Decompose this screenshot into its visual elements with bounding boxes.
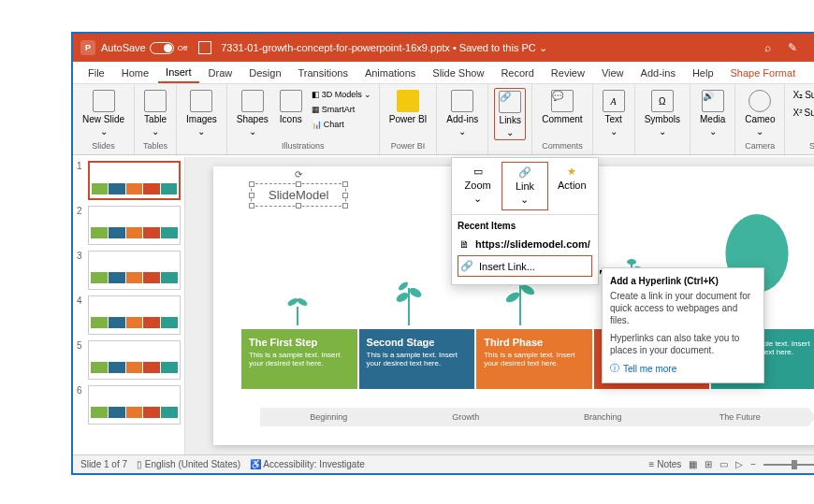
tab-shape-format[interactable]: Shape Format: [723, 64, 804, 82]
save-icon[interactable]: [198, 41, 211, 54]
comment-icon: 💬: [551, 90, 574, 112]
links-dropdown: ▭Zoom⌄ 🔗Link⌄ ★Action Recent Items 🗎 htt…: [451, 157, 599, 285]
insert-link-item[interactable]: 🔗 Insert Link...: [458, 255, 592, 277]
plant-icon: [279, 251, 316, 325]
addins-button[interactable]: Add-ins⌄: [443, 88, 482, 138]
tab-record[interactable]: Record: [493, 64, 541, 82]
tab-review[interactable]: Review: [544, 64, 592, 82]
resize-handle[interactable]: [296, 181, 301, 187]
group-label: Slides: [79, 141, 128, 151]
resize-handle[interactable]: [342, 193, 348, 198]
tab-insert[interactable]: Insert: [158, 63, 199, 83]
link-icon: 🔗: [499, 91, 521, 113]
tell-me-more-link[interactable]: ⓘ Tell me more: [610, 362, 756, 375]
stage-card: Third PhaseThis is a sample text. Insert…: [476, 329, 592, 389]
thumbnail[interactable]: 3: [77, 251, 181, 290]
autosave-toggle[interactable]: AutoSave Off: [101, 42, 187, 54]
links-button[interactable]: 🔗Links⌄: [494, 88, 526, 140]
search-icon[interactable]: ⌕: [764, 41, 771, 54]
tab-draw[interactable]: Draw: [201, 64, 240, 82]
comment-label: Comment: [542, 114, 582, 124]
tab-home[interactable]: Home: [114, 64, 156, 82]
zoom-slider[interactable]: [763, 464, 814, 466]
resize-handle[interactable]: [249, 203, 254, 209]
icons-button[interactable]: Icons: [276, 88, 306, 126]
tab-transitions[interactable]: Transitions: [291, 64, 356, 82]
chart-icon: 📊: [312, 120, 322, 129]
thumbnail[interactable]: 2: [77, 206, 181, 245]
group-label: Comments: [538, 141, 586, 151]
tab-slideshow[interactable]: Slide Show: [425, 64, 491, 82]
thumbnail[interactable]: 6: [77, 385, 181, 425]
group-comments: 💬Comment Comments: [532, 84, 592, 154]
resize-handle[interactable]: [342, 203, 348, 209]
3dmodels-button[interactable]: ◧ 3D Models ⌄: [310, 88, 373, 101]
tab-design[interactable]: Design: [241, 64, 288, 82]
resize-handle[interactable]: [249, 181, 254, 187]
ribbon-tabs: File Home Insert Draw Design Transitions…: [73, 62, 814, 84]
symbols-button[interactable]: ΩSymbols⌄: [641, 88, 684, 138]
text-label: Text: [604, 114, 621, 124]
group-powerbi: Power BI Power BI: [380, 84, 438, 154]
icons-label: Icons: [280, 114, 302, 124]
smartart-button[interactable]: ▦ SmartArt: [310, 103, 373, 116]
group-tables: Table⌄ Tables: [135, 84, 177, 154]
action-button[interactable]: ★Action: [550, 162, 594, 210]
tab-addins[interactable]: Add-ins: [633, 64, 683, 82]
link-button[interactable]: 🔗Link⌄: [501, 162, 547, 210]
thumbnail[interactable]: 4: [77, 295, 181, 335]
subscript-button[interactable]: X₂ Subscript: [791, 88, 814, 102]
timeline-arrow: Branching: [534, 408, 672, 426]
language-indicator[interactable]: ▯ English (United States): [137, 459, 240, 469]
chart-button[interactable]: 📊 Chart: [310, 118, 373, 131]
reading-view-icon[interactable]: ▭: [720, 459, 728, 469]
zoom-button[interactable]: ▭Zoom⌄: [456, 162, 500, 210]
accessibility-button[interactable]: ♿ Accessibility: Investigate: [250, 459, 365, 469]
images-button[interactable]: Images⌄: [182, 88, 221, 138]
group-label: [641, 141, 684, 151]
info-icon: ⓘ: [610, 362, 619, 375]
table-button[interactable]: Table⌄: [140, 88, 170, 138]
new-slide-button[interactable]: New Slide⌄: [79, 88, 128, 138]
shapes-icon: [241, 90, 264, 112]
switch-icon[interactable]: [150, 42, 174, 54]
group-symbols: ΩSymbols⌄: [635, 84, 690, 154]
thumbnail[interactable]: 5: [77, 340, 181, 380]
tab-animations[interactable]: Animations: [357, 64, 423, 82]
media-button[interactable]: 🔊Media⌄: [696, 88, 729, 138]
save-status: Saved to this PC: [459, 42, 536, 53]
slideshow-view-icon[interactable]: ▷: [735, 459, 743, 469]
selected-textbox[interactable]: ⟳ SlideModel: [251, 183, 346, 207]
tab-view[interactable]: View: [594, 64, 632, 82]
svg-point-4: [397, 281, 409, 292]
timeline-arrow: Beginning: [260, 408, 398, 426]
normal-view-icon[interactable]: ▦: [689, 459, 697, 469]
tab-help[interactable]: Help: [685, 64, 721, 82]
thumbnail[interactable]: 1: [77, 161, 181, 200]
group-label: Power BI: [385, 141, 431, 151]
textbox-content: SlideModel: [269, 188, 328, 202]
addins-icon: [451, 90, 473, 112]
resize-handle[interactable]: [296, 203, 301, 209]
resize-handle[interactable]: [249, 193, 254, 198]
tab-file[interactable]: File: [80, 64, 112, 82]
thumbnail-panel[interactable]: 123456: [73, 157, 185, 454]
rotate-handle-icon[interactable]: ⟳: [295, 169, 302, 180]
zoom-out-icon[interactable]: −: [750, 459, 756, 469]
comment-button[interactable]: 💬Comment: [538, 88, 586, 126]
text-button[interactable]: AText⌄: [599, 88, 629, 138]
tooltip-text: Create a link in your document for quick…: [610, 290, 756, 326]
recent-item[interactable]: 🗎 https://slidemodel.com/: [458, 235, 592, 253]
shapes-button[interactable]: Shapes⌄: [233, 88, 272, 138]
superscript-button[interactable]: X² Superscript: [791, 106, 814, 120]
sorter-view-icon[interactable]: ⊞: [705, 459, 712, 469]
pen-icon[interactable]: ✎: [788, 41, 797, 54]
powerbi-button[interactable]: Power BI: [385, 88, 431, 126]
group-label: Illustrations: [233, 141, 373, 151]
chart-label: Chart: [324, 120, 344, 129]
slide-counter[interactable]: Slide 1 of 7: [80, 459, 127, 469]
notes-button[interactable]: ≡ Notes: [649, 459, 682, 469]
resize-handle[interactable]: [342, 181, 348, 187]
addins-label: Add-ins: [446, 114, 478, 124]
cameo-button[interactable]: Cameo⌄: [741, 88, 778, 138]
